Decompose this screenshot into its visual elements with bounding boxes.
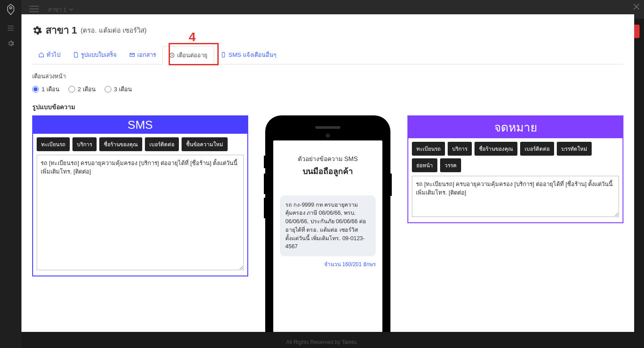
tab-label: ทั่วไป: [47, 50, 60, 59]
gear-icon[interactable]: [7, 40, 14, 47]
tab-general[interactable]: ทั่วไป: [32, 46, 67, 64]
phone-side-button: [390, 174, 392, 196]
envelope-icon: [129, 52, 135, 58]
radio-input[interactable]: [32, 86, 39, 93]
home-icon: [38, 52, 44, 58]
tabs: 4 ทั่วไป รูปแบบใบเสร็จ เอกสาร เตือนต่ออา…: [32, 46, 623, 64]
sms-template-textarea[interactable]: [37, 155, 244, 270]
modal-header: สาขา 1 (ตรอ. แต้มต่อ เซอร์วิส): [32, 22, 623, 38]
branch-selector[interactable]: สาขา 1: [48, 5, 73, 14]
callout-number: 4: [189, 30, 196, 44]
sms-preview-bubble: รถ กง-9999 กท ครบอายุความคุ้มครอง ภาษี 0…: [280, 195, 376, 257]
phone-screen: ตัวอย่างข้อความ SMS บนมือถือลูกค้า รถ กง…: [273, 140, 382, 332]
document-icon: [73, 52, 79, 58]
tab-label: รูปแบบใบเสร็จ: [81, 50, 117, 59]
tab-receipt[interactable]: รูปแบบใบเสร็จ: [67, 46, 123, 64]
phone-frame: ตัวอย่างข้อความ SMS บนมือถือลูกค้า รถ กง…: [265, 115, 390, 332]
letter-tag-row: ทะเบียนรถ บริการ ชื่อร้านของคุณ เบอร์ติด…: [412, 142, 619, 172]
menu-toggle-icon[interactable]: [7, 25, 14, 32]
branch-selector-label: สาขา 1: [48, 5, 67, 14]
tab-renewal[interactable]: เตือนต่ออายุ: [162, 46, 214, 64]
sms-column: SMS ทะเบียนรถ บริการ ชื่อร้านของคุณ เบอร…: [32, 115, 248, 276]
svg-rect-2: [8, 28, 13, 28]
tag-phone[interactable]: เบอร์ติดต่อ: [145, 137, 179, 151]
format-columns: SMS ทะเบียนรถ บริการ ชื่อร้านของคุณ เบอร…: [32, 115, 623, 332]
tab-label: เอกสาร: [137, 50, 156, 59]
radio-label: 3 เดือน: [114, 85, 132, 94]
app-sidebar: [0, 0, 21, 348]
chevron-down-icon: [69, 7, 73, 12]
radio-label: 1 เดือน: [42, 85, 59, 94]
tab-sms-other[interactable]: SMS แจ้งเตือนอื่นๆ: [214, 46, 283, 64]
tag-plate[interactable]: ทะเบียนรถ: [412, 142, 445, 156]
app-logo-icon: [4, 2, 17, 17]
tag-newline[interactable]: ชื้นข้อความใหม่: [182, 137, 228, 151]
radio-input[interactable]: [105, 86, 111, 93]
tag-service[interactable]: บริการ: [448, 142, 472, 156]
tab-label: SMS แจ้งเตือนอื่นๆ: [229, 50, 276, 59]
tag-newline[interactable]: บรรทัดใหม่: [557, 142, 592, 156]
svg-rect-3: [8, 30, 13, 30]
phone-preview-title: ตัวอย่างข้อความ SMS: [280, 154, 376, 164]
tag-service[interactable]: บริการ: [72, 137, 97, 151]
tag-space[interactable]: วรรค: [440, 158, 461, 172]
letter-template-textarea[interactable]: [412, 176, 619, 217]
settings-modal: สาขา 1 (ตรอ. แต้มต่อ เซอร์วิส) 4 ทั่วไป …: [21, 14, 634, 332]
tag-shop[interactable]: ชื่อร้านของคุณ: [475, 142, 517, 156]
radio-1-month[interactable]: 1 เดือน: [32, 85, 59, 94]
radio-label: 2 เดือน: [78, 85, 96, 94]
footer-text: All Rights Reserved by Tamto.: [0, 339, 644, 345]
tab-docs[interactable]: เอกสาร: [123, 46, 162, 64]
char-count: จำนวน 160/201 อักษร: [280, 260, 376, 268]
burger-icon[interactable]: [29, 6, 39, 13]
modal-title: สาขา 1: [46, 22, 77, 38]
modal-subtitle: (ตรอ. แต้มต่อ เซอร์วิส): [80, 25, 147, 36]
phone-side-button: [264, 198, 265, 218]
tag-plate[interactable]: ทะเบียนรถ: [37, 137, 70, 151]
sms-tag-row: ทะเบียนรถ บริการ ชื่อร้านของคุณ เบอร์ติด…: [37, 137, 244, 151]
phone-preview-subtitle: บนมือถือลูกค้า: [280, 165, 376, 178]
radio-input[interactable]: [68, 86, 75, 93]
svg-rect-15: [222, 52, 225, 57]
tag-indent[interactable]: ย่อหน้า: [412, 158, 437, 172]
close-icon[interactable]: [633, 4, 640, 10]
format-label: รูปแบบข้อความ: [32, 102, 623, 112]
advance-radio-group: 1 เดือน 2 เดือน 3 เดือน: [32, 85, 623, 94]
letter-column: จดหมาย ทะเบียนรถ บริการ ชื่อร้านของคุณ เ…: [407, 115, 623, 223]
clock-icon: [169, 52, 175, 58]
phone-icon: [220, 52, 226, 58]
phone-preview-column: ตัวอย่างข้อความ SMS บนมือถือลูกค้า รถ กง…: [261, 115, 395, 332]
svg-rect-1: [8, 26, 13, 26]
tag-shop[interactable]: ชื่อร้านของคุณ: [99, 137, 142, 151]
sms-header: SMS: [33, 116, 247, 134]
letter-header: จดหมาย: [408, 116, 623, 138]
advance-notice-label: เตือนล่วงหน้า: [32, 72, 623, 81]
tag-phone[interactable]: เบอร์ติดต่อ: [520, 142, 554, 156]
phone-side-button: [264, 156, 265, 168]
svg-point-0: [10, 7, 12, 9]
radio-2-month[interactable]: 2 เดือน: [68, 85, 96, 94]
phone-side-button: [264, 174, 265, 194]
radio-3-month[interactable]: 3 เดือน: [105, 85, 132, 94]
gear-icon: [32, 25, 42, 35]
tab-label: เตือนต่ออายุ: [177, 51, 208, 60]
